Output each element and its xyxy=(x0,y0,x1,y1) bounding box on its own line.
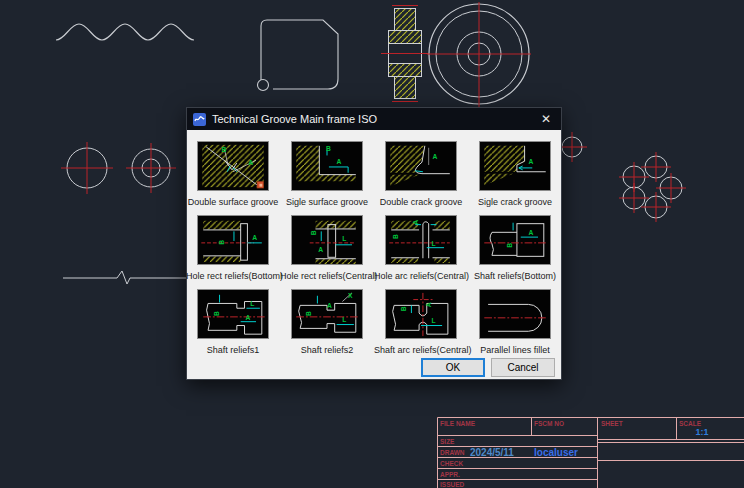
tile-annotation: B xyxy=(400,306,407,311)
title-block: FILE NAME FSCM NO SHEET SCALE 1:1 SIZE D… xyxy=(438,418,744,488)
titleblock-fscm-label: FSCM NO xyxy=(534,420,564,427)
tile-annotation: A xyxy=(528,158,533,165)
titleblock-drawn-label: DRAWN xyxy=(440,449,465,456)
tile-shaft-reliefs-bottom: A B Shaft reliefs(Bottom) xyxy=(479,215,551,289)
tile-annotation: B xyxy=(506,243,513,248)
concentric-circles-crosshair xyxy=(126,143,176,193)
tile-annotation: A xyxy=(252,234,257,241)
tile-annotation: B xyxy=(326,145,331,152)
tile-annotation: B xyxy=(221,146,226,153)
tile-annotation: X xyxy=(348,292,353,299)
tile-annotation: L xyxy=(250,300,254,307)
tile-parallel-lines-fillet: Parallel lines fillet xyxy=(479,289,551,363)
cancel-button[interactable]: Cancel xyxy=(491,358,555,377)
tile-annotation: A xyxy=(337,158,342,165)
tile-thumb-shaft-reliefs-bottom[interactable]: A B xyxy=(479,215,551,265)
dialog-title: Technical Groove Main frame ISO xyxy=(212,113,537,125)
tile-annotation: B xyxy=(392,234,399,239)
tile-label: Double surface groove xyxy=(186,191,280,215)
groove-dialog: Technical Groove Main frame ISO ✕ B A xyxy=(186,107,562,380)
tile-label: Shaft reliefs2 xyxy=(280,339,374,363)
tile-label: Sigle surface groove xyxy=(280,191,374,215)
tile-annotation: B xyxy=(305,311,312,316)
tile-label: Shaft reliefs(Bottom) xyxy=(468,265,562,289)
titleblock-drawn-date: 2024/5/11 xyxy=(470,447,514,458)
titleblock-appr-label: APPR. xyxy=(440,471,460,478)
tile-thumb-double-crack-groove[interactable]: A xyxy=(385,141,457,191)
tile-thumb-double-surface-groove[interactable]: B A xyxy=(197,141,269,191)
gear-section xyxy=(381,6,429,102)
tile-annotation: A xyxy=(327,302,332,309)
titleblock-size-label: SIZE xyxy=(440,438,455,445)
tile-annotation: A xyxy=(528,229,533,236)
tile-sigle-surface-groove: B A Sigle surface groove xyxy=(291,141,363,215)
titleblock-sheet-label: SHEET xyxy=(601,420,623,427)
ok-button[interactable]: OK xyxy=(421,358,485,377)
titleblock-drawn-by: localuser xyxy=(534,447,578,458)
tile-label: Hole arc reliefs(Central) xyxy=(374,265,468,289)
tile-thumb-sigle-surface-groove[interactable]: B A xyxy=(291,141,363,191)
tile-label: Sigle crack groove xyxy=(468,191,562,215)
tile-annotation: A xyxy=(245,314,250,321)
tile-thumb-hole-rect-reliefs-bottom[interactable]: B A xyxy=(197,215,269,265)
tile-annotation: B xyxy=(310,230,317,235)
plate-outline xyxy=(258,20,339,91)
tile-label: Shaft reliefs1 xyxy=(186,339,280,363)
wavy-line xyxy=(56,24,194,40)
app-icon xyxy=(193,113,206,126)
titleblock-issued-label: ISSUED xyxy=(440,481,465,488)
tile-thumb-hole-rect-reliefs-central[interactable]: B A L xyxy=(291,215,363,265)
tile-annotation: A xyxy=(425,302,432,307)
tile-annotation: B xyxy=(218,240,225,245)
cad-workspace: { "dialog": { "title": "Technical Groove… xyxy=(0,0,744,488)
tile-shaft-reliefs2: A X B L Shaft reliefs2 xyxy=(291,289,363,363)
dialog-titlebar[interactable]: Technical Groove Main frame ISO ✕ xyxy=(187,108,561,130)
tile-annotation: A xyxy=(412,220,419,225)
tile-hole-arc-reliefs-central: A B L Hole arc reliefs(Central) xyxy=(385,215,457,289)
tile-annotation: A xyxy=(433,153,438,160)
tile-label: Double crack groove xyxy=(374,191,468,215)
tile-thumb-parallel-lines-fillet[interactable] xyxy=(479,289,551,339)
tile-grid: B A Double surface groove B A xyxy=(197,141,551,363)
tile-shaft-reliefs1: B L A Shaft reliefs1 xyxy=(197,289,269,363)
titleblock-file-name-label: FILE NAME xyxy=(440,420,476,427)
tile-annotation: B xyxy=(213,311,220,316)
tile-annotation: L xyxy=(342,316,346,323)
tile-annotation: L xyxy=(342,235,346,242)
tile-sigle-crack-groove: A Sigle crack groove xyxy=(479,141,551,215)
gear-front-view xyxy=(427,2,531,107)
tile-thumb-shaft-reliefs2[interactable]: A X B L xyxy=(291,289,363,339)
tile-thumb-shaft-reliefs1[interactable]: B L A xyxy=(197,289,269,339)
tile-double-surface-groove: B A Double surface groove xyxy=(197,141,269,215)
dialog-body: B A Double surface groove B A xyxy=(187,130,561,379)
titleblock-scale-value: 1:1 xyxy=(695,427,708,437)
tile-thumb-shaft-arc-reliefs-central[interactable]: B A L xyxy=(385,289,457,339)
titleblock-check-label: CHECK xyxy=(440,460,463,467)
tile-annotation: L xyxy=(432,240,436,247)
tile-annotation: A xyxy=(248,159,253,166)
tile-hole-rect-reliefs-central: B A L Hole rect reliefs(Central) xyxy=(291,215,363,289)
titleblock-scale-label: SCALE xyxy=(679,420,702,427)
tile-thumb-sigle-crack-groove[interactable]: A xyxy=(479,141,551,191)
tile-hole-rect-reliefs-bottom: B A Hole rect reliefs(Bottom) xyxy=(197,215,269,289)
circle-with-crosshair xyxy=(61,142,113,194)
tile-annotation: L xyxy=(432,317,436,324)
tile-annotation: A xyxy=(318,246,323,253)
tile-shaft-arc-reliefs-central: B A L Shaft arc reliefs(Central) xyxy=(385,289,457,363)
tile-double-crack-groove: A Double crack groove xyxy=(385,141,457,215)
break-line xyxy=(63,271,190,284)
tile-label: Hole rect reliefs(Central) xyxy=(280,265,374,289)
tile-label: Hole rect reliefs(Bottom) xyxy=(186,265,280,289)
close-icon[interactable]: ✕ xyxy=(537,112,555,126)
tile-thumb-hole-arc-reliefs-central[interactable]: A B L xyxy=(385,215,457,265)
bolt-circle-cluster xyxy=(619,152,686,222)
